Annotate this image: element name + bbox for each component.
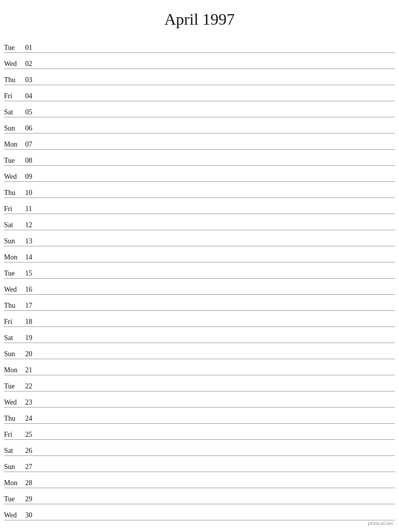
day-name: Wed [4,60,25,68]
day-name: Tue [4,496,25,503]
day-name: Sat [4,447,25,454]
day-name: Thu [4,189,25,196]
day-name: Sat [4,222,25,229]
day-number: 01 [25,44,39,51]
day-row: Fri04 [4,85,395,101]
day-number: 19 [25,335,39,342]
day-line [39,196,395,196]
day-number: 14 [25,254,39,261]
day-number: 13 [25,238,39,245]
day-number: 30 [25,512,39,519]
day-line [39,51,395,51]
day-number: 16 [25,286,39,293]
day-row: Fri25 [4,424,395,440]
day-number: 24 [25,415,39,422]
day-line [39,99,395,100]
day-row: Tue08 [4,150,395,166]
day-line [39,406,395,406]
day-name: Fri [4,318,25,325]
day-line [39,357,395,358]
day-row: Tue22 [4,375,395,391]
day-line [39,373,395,374]
day-number: 21 [25,367,39,374]
day-number: 10 [25,189,39,196]
day-row: Wed09 [4,166,395,182]
day-number: 12 [25,222,39,229]
day-number: 02 [25,60,39,68]
day-name: Sun [4,351,25,358]
day-row: Wed23 [4,391,395,408]
day-name: Thu [4,77,25,84]
day-row: Sat19 [4,327,395,343]
day-line [39,164,395,164]
day-number: 07 [25,141,39,148]
day-name: Wed [4,512,25,519]
day-number: 20 [25,351,39,358]
day-line [39,67,395,68]
day-name: Fri [4,93,25,100]
day-line [39,518,395,519]
day-row: Sun13 [4,230,395,246]
day-line [39,454,395,454]
day-line [39,277,395,277]
day-name: Mon [4,367,25,374]
day-line [39,83,395,84]
day-row: Sat05 [4,101,395,117]
day-line [39,389,395,390]
day-row: Sat26 [4,440,395,456]
day-number: 11 [25,206,39,213]
page-title: April 1997 [0,0,399,37]
day-row: Mon07 [4,134,395,150]
day-line [39,260,395,261]
day-number: 15 [25,270,39,277]
day-name: Fri [4,206,25,213]
day-line [39,244,395,245]
day-number: 03 [25,77,39,84]
day-number: 04 [25,93,39,100]
day-row: Tue01 [4,37,395,53]
day-number: 27 [25,463,39,471]
day-line [39,502,395,503]
day-line [39,115,395,116]
day-line [39,148,395,148]
day-name: Sat [4,335,25,342]
day-name: Sun [4,125,25,132]
day-row: Thu03 [4,69,395,85]
day-name: Sun [4,238,25,245]
day-number: 09 [25,173,39,180]
day-row: Wed02 [4,53,395,69]
day-row: Sun06 [4,117,395,134]
day-number: 23 [25,399,39,406]
day-name: Sun [4,463,25,471]
day-name: Tue [4,157,25,164]
day-line [39,422,395,422]
day-row: Tue29 [4,488,395,504]
day-name: Tue [4,270,25,277]
day-number: 06 [25,125,39,132]
day-name: Tue [4,44,25,51]
day-line [39,325,395,325]
day-number: 26 [25,447,39,454]
calendar-container: Tue01Wed02Thu03Fri04Sat05Sun06Mon07Tue08… [0,37,399,520]
day-row: Fri18 [4,311,395,327]
day-number: 25 [25,431,39,438]
day-row: Wed30 [4,504,395,520]
day-name: Mon [4,254,25,261]
day-row: Thu24 [4,408,395,424]
day-number: 18 [25,318,39,325]
day-line [39,438,395,438]
day-row: Tue15 [4,262,395,279]
day-name: Fri [4,431,25,438]
day-row: Fri11 [4,198,395,214]
day-row: Wed16 [4,279,395,295]
day-number: 29 [25,496,39,503]
day-number: 22 [25,383,39,390]
day-number: 08 [25,157,39,164]
day-number: 17 [25,302,39,309]
day-line [39,470,395,471]
day-line [39,486,395,487]
day-row: Mon28 [4,472,395,488]
day-name: Mon [4,480,25,487]
day-row: Sat12 [4,214,395,230]
day-line [39,309,395,309]
